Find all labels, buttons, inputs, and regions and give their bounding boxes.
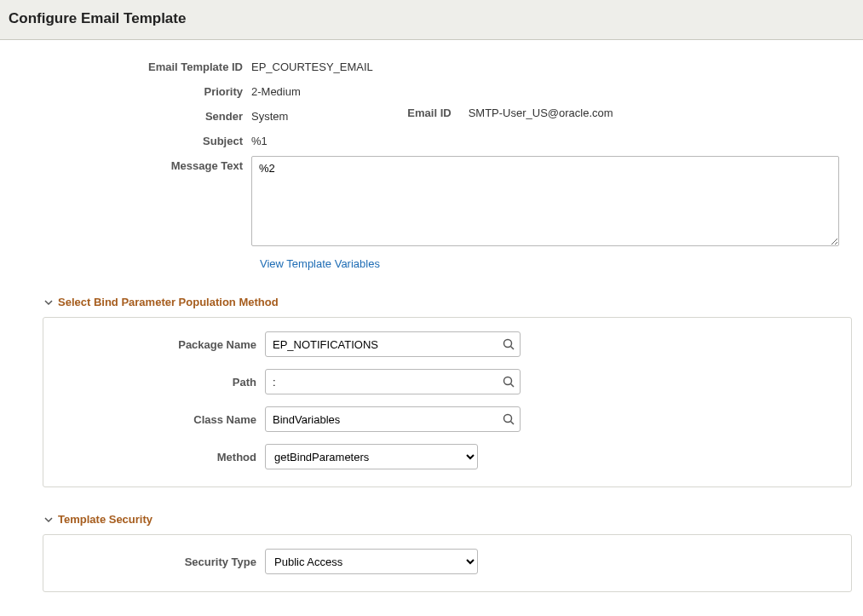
svg-line-5 (511, 422, 515, 425)
svg-line-3 (511, 384, 515, 388)
priority-value: 2-Medium (251, 82, 301, 98)
security-section-title: Template Security (58, 513, 152, 526)
package-name-lookup-button[interactable] (502, 337, 515, 351)
path-label: Path (52, 376, 265, 389)
path-input[interactable] (265, 369, 521, 394)
svg-point-4 (504, 415, 512, 423)
svg-point-0 (504, 340, 512, 348)
search-icon (503, 413, 515, 425)
method-label: Method (52, 451, 265, 463)
class-name-lookup-button[interactable] (502, 412, 515, 426)
page-title: Configure Email Template (9, 10, 854, 27)
security-section-box: Security Type Public Access (43, 534, 852, 592)
security-section-header[interactable]: Template Security (43, 513, 852, 526)
sender-label: Sender (9, 107, 251, 123)
class-name-label: Class Name (52, 413, 265, 426)
svg-point-2 (504, 377, 512, 385)
message-text-textarea[interactable] (251, 156, 839, 246)
security-type-select[interactable]: Public Access (265, 549, 478, 574)
chevron-down-icon (43, 514, 55, 526)
path-lookup-button[interactable] (502, 375, 515, 389)
bind-section-header[interactable]: Select Bind Parameter Population Method (43, 296, 852, 308)
email-id-value: SMTP-User_US@oracle.com (469, 107, 613, 119)
email-template-id-value: EP_COURTESY_EMAIL (251, 57, 373, 73)
subject-label: Subject (9, 131, 251, 147)
priority-label: Priority (9, 82, 251, 98)
email-id-label: Email ID (407, 107, 451, 119)
search-icon (503, 376, 515, 388)
security-type-label: Security Type (52, 556, 265, 568)
page-header: Configure Email Template (0, 0, 863, 40)
package-name-label: Package Name (52, 338, 265, 351)
chevron-down-icon (43, 296, 55, 308)
sender-value: System (251, 107, 288, 123)
bind-section-box: Package Name Path (43, 317, 852, 487)
svg-line-1 (511, 347, 515, 350)
email-template-id-label: Email Template ID (9, 57, 251, 73)
message-text-label: Message Text (9, 156, 251, 172)
method-select[interactable]: getBindParameters (265, 444, 478, 469)
package-name-input[interactable] (265, 331, 521, 357)
search-icon (503, 338, 515, 350)
subject-value: %1 (251, 131, 268, 147)
bind-section-title: Select Bind Parameter Population Method (58, 296, 279, 308)
view-template-variables-link[interactable]: View Template Variables (260, 257, 380, 270)
class-name-input[interactable] (265, 406, 521, 432)
